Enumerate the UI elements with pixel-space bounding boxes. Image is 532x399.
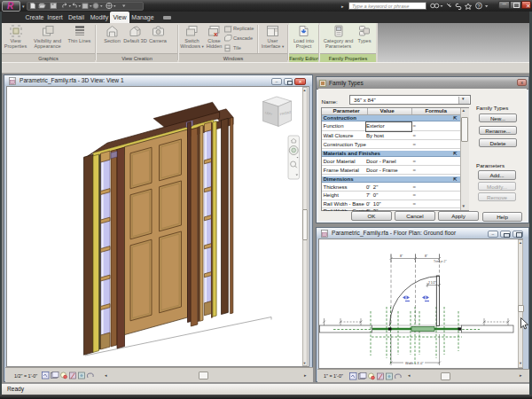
svg-text:Width = 3'-0": Width = 3'-0" — [405, 362, 424, 365]
svg-text:x: x — [214, 30, 218, 38]
svg-text:2 1/2": 2 1/2" — [428, 281, 437, 285]
svg-text:8": 8" — [400, 254, 403, 258]
svg-text:Trim pr 2": Trim pr 2" — [434, 260, 447, 263]
svg-text:8": 8" — [425, 254, 428, 258]
svg-text:?: ? — [477, 4, 481, 9]
